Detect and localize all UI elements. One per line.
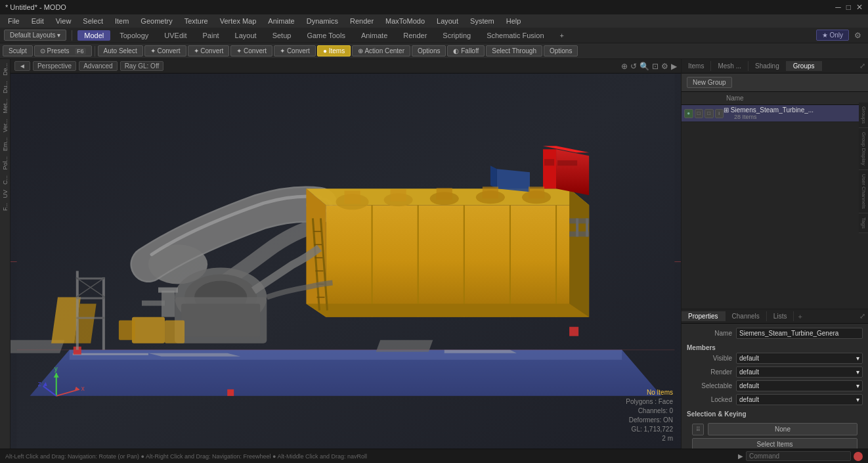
left-tab-dup[interactable]: Du... (1, 78, 10, 96)
select-items-btn[interactable]: Select Items (692, 438, 857, 449)
tab-layout[interactable]: Layout (228, 30, 263, 41)
menu-system[interactable]: System (465, 16, 500, 26)
select-through-btn[interactable]: Select Through (486, 45, 542, 56)
left-tab-vertex[interactable]: Ver... (1, 116, 10, 135)
tab-topology[interactable]: Topology (113, 30, 155, 41)
command-arrow[interactable]: ▶ (738, 452, 743, 460)
tab-setup[interactable]: Setup (266, 30, 298, 41)
viewport-advanced-btn[interactable]: Advanced (79, 61, 117, 71)
left-tab-emit[interactable]: Em... (1, 135, 10, 154)
vtab-groups[interactable]: Groups (859, 102, 868, 128)
menu-help[interactable]: Help (501, 16, 527, 26)
group-icon-2[interactable]: □ (695, 109, 704, 118)
menu-geometry[interactable]: Geometry (135, 16, 177, 26)
close-btn[interactable]: ✕ (856, 3, 863, 12)
tab-items[interactable]: Items (682, 61, 711, 71)
menu-file[interactable]: File (3, 16, 25, 26)
menu-view[interactable]: View (51, 16, 77, 26)
tab-channels[interactable]: Channels (726, 311, 767, 321)
menu-maxtomodo[interactable]: MaxToModo (380, 16, 430, 26)
minimize-btn[interactable]: ─ (835, 3, 841, 12)
tab-properties[interactable]: Properties (682, 311, 726, 321)
tab-schematic-fusion[interactable]: Schematic Fusion (480, 30, 550, 41)
command-input[interactable] (746, 451, 851, 461)
add-prop-tab-btn[interactable]: + (794, 311, 806, 322)
groups-list-header: Name (682, 92, 868, 105)
zoom-icon[interactable]: 🔍 (640, 62, 649, 71)
visible-dropdown[interactable]: default ▾ (736, 353, 863, 364)
left-tab-c[interactable]: C... (1, 173, 10, 187)
group-icon-4[interactable]: i (715, 109, 724, 118)
auto-select-btn[interactable]: Auto Select (98, 45, 143, 56)
group-icon-3[interactable]: □ (705, 109, 714, 118)
maximize-btn[interactable]: □ (846, 3, 851, 12)
tab-animate[interactable]: Animate (355, 30, 394, 41)
vtab-group-display[interactable]: Group Display (859, 128, 868, 170)
tab-lists[interactable]: Lists (767, 311, 794, 321)
frame-icon[interactable]: ⊡ (652, 62, 659, 71)
convert-btn-3[interactable]: ✦ Convert (230, 45, 272, 56)
menu-select[interactable]: Select (77, 16, 108, 26)
vtab-tags[interactable]: Tags (859, 213, 868, 233)
menu-item[interactable]: Item (110, 16, 134, 26)
vtab-user-channels[interactable]: User Channels (859, 170, 868, 213)
viewport[interactable]: ◄ Perspective Advanced Ray GL: Off ⊕ ↺ 🔍… (11, 59, 681, 449)
tab-model[interactable]: Model (77, 30, 110, 41)
tab-render[interactable]: Render (397, 30, 433, 41)
scene-canvas[interactable]: x y z No Items Polygons : Face Channels:… (11, 74, 681, 449)
presets-btn[interactable]: ⊙ Presets F6 (34, 45, 92, 56)
fit-icon[interactable]: ⊕ (621, 62, 628, 71)
group-row-turbine[interactable]: ● □ □ i ⊞ Siemens_Steam_Turbine_... 28 I… (682, 105, 868, 122)
tab-paint[interactable]: Paint (196, 30, 226, 41)
viewport-perspective-btn[interactable]: Perspective (33, 61, 76, 71)
select-items-row: Select Items (692, 438, 857, 449)
tab-game-tools[interactable]: Game Tools (300, 30, 352, 41)
new-group-btn[interactable]: New Group (687, 77, 732, 88)
menu-layout[interactable]: Layout (431, 16, 464, 26)
tab-uvedit[interactable]: UVEdit (158, 30, 193, 41)
tab-scripting[interactable]: Scripting (436, 30, 477, 41)
expand-panel-icon[interactable]: ⤢ (857, 62, 868, 70)
menu-animate[interactable]: Animate (263, 16, 299, 26)
play-icon[interactable]: ▶ (671, 62, 677, 71)
name-value[interactable]: Siemens_Steam_Turbine_Genera (736, 328, 863, 339)
menu-texture[interactable]: Texture (179, 16, 213, 26)
action-center-btn[interactable]: ⊕ Action Center (352, 45, 410, 56)
left-tab-poly[interactable]: Pol... (1, 154, 10, 173)
convert-btn-4[interactable]: ✦ Convert (274, 45, 316, 56)
falloff-btn[interactable]: ◐ Falloff (447, 45, 485, 56)
tab-add[interactable]: + (553, 30, 571, 41)
viewport-left-arrow[interactable]: ◄ (14, 61, 30, 71)
sculpt-btn[interactable]: Sculpt (3, 45, 33, 56)
gear-icon[interactable]: ⚙ (852, 30, 864, 41)
svg-rect-17 (76, 317, 105, 319)
locked-dropdown[interactable]: default ▾ (736, 394, 863, 405)
options-btn-2[interactable]: Options (544, 45, 578, 56)
settings-icon[interactable]: ⚙ (661, 62, 668, 71)
left-tab-f[interactable]: F... (1, 200, 10, 213)
svg-marker-8 (445, 350, 517, 353)
star-only-btn[interactable]: ★ Only (816, 30, 849, 41)
options-btn-1[interactable]: Options (412, 45, 446, 56)
none-btn[interactable]: None (708, 423, 857, 435)
tab-shading[interactable]: Shading (749, 61, 787, 71)
viewport-raygl-btn[interactable]: Ray GL: Off (120, 61, 164, 71)
convert-btn-2[interactable]: ✦ Convert (188, 45, 230, 56)
menu-dynamics[interactable]: Dynamics (301, 16, 343, 26)
left-tab-mesh[interactable]: Met... (1, 96, 10, 116)
selectable-dropdown[interactable]: default ▾ (736, 380, 863, 391)
visibility-icon[interactable]: ● (684, 109, 693, 118)
tab-mesh[interactable]: Mesh ... (711, 61, 749, 71)
render-dropdown[interactable]: default ▾ (736, 366, 863, 378)
items-btn[interactable]: ● Items (317, 45, 351, 56)
expand-props-icon[interactable]: ⤢ (857, 312, 868, 320)
menu-render[interactable]: Render (345, 16, 379, 26)
tab-groups[interactable]: Groups (787, 61, 822, 71)
left-tab-deform[interactable]: De... (1, 60, 10, 78)
menu-vertex-map[interactable]: Vertex Map (215, 16, 262, 26)
convert-btn-1[interactable]: ✦ Convert (144, 45, 186, 56)
reset-icon[interactable]: ↺ (630, 62, 637, 71)
menu-edit[interactable]: Edit (26, 16, 49, 26)
left-tab-uv[interactable]: UV (1, 187, 10, 201)
default-layouts-btn[interactable]: Default Layouts ▾ (4, 30, 66, 41)
